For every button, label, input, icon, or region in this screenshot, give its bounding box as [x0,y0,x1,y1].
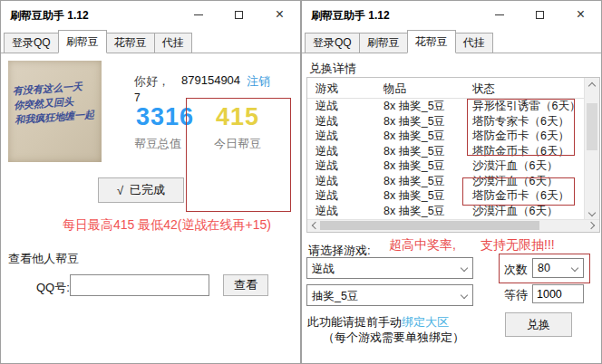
titlebar[interactable]: 刷帮豆助手 1.12 × [302,1,601,28]
maximize-button[interactable] [519,1,560,28]
maximize-icon [536,11,544,19]
table-row[interactable]: 逆战 8x 抽奖_5豆 异形怪引诱雷（6天） [307,98,585,113]
minimize-icon [495,14,504,15]
exchange-button-label: 兑换 [527,317,550,333]
tab-shua-bangdou[interactable]: 刷帮豆 [359,33,408,53]
window-huabangdou: 刷帮豆助手 1.12 × 登录QQ 刷帮豆 花帮豆 代挂 兑换详情 游戏 物品 … [301,0,602,364]
game-select-value: 逆战 [312,262,335,277]
horizontal-scroll-thumb[interactable] [320,221,539,230]
table-row[interactable]: 逆战 8x 抽奖_5豆 塔防金币卡（6天） [307,128,585,143]
greeting-label: 你好， [134,73,170,90]
view-button[interactable]: 查看 [223,274,268,296]
qq-lookup-input[interactable] [70,274,209,296]
titlebar[interactable]: 刷帮豆助手 1.12 × [1,1,300,28]
exchange-details-label: 兑换详情 [309,61,356,77]
scroll-down-arrow[interactable] [585,206,599,220]
tab-daigua[interactable]: 代挂 [455,33,493,53]
exchange-table: 游戏 物品 状态 逆战 8x 抽奖_5豆 异形怪引诱雷（6天） 逆战 8x 抽奖… [306,77,600,233]
exchange-button[interactable]: 兑换 [505,312,572,337]
game-select[interactable]: 逆战 [306,257,473,279]
scroll-up-arrow[interactable] [585,78,599,91]
chevron-down-icon [461,292,468,299]
wait-label: 等待 [504,287,528,303]
check-icon: √ [117,184,123,197]
chevron-down-icon [588,208,596,216]
tab-daigua[interactable]: 代挂 [154,33,192,53]
today-beans-label: 今日帮豆 [186,136,289,152]
item-select-value: 抽奖_5豆 [312,289,358,304]
times-label: 次数 [504,262,528,278]
close-icon: × [276,7,284,22]
view-button-label: 查看 [234,277,257,293]
done-button-label: 已完成 [130,182,165,198]
vertical-scrollbar[interactable] [584,78,599,220]
lookup-section-label: 查看他人帮豆 [8,251,79,267]
qq-number-wrap: 7 [134,91,141,104]
minimize-icon [194,14,203,15]
minimize-button[interactable] [178,1,218,28]
today-beans-value: 415 [186,103,289,131]
close-button[interactable]: × [560,1,601,28]
table-row[interactable]: 逆战 8x 抽奖_5豆 塔防专家卡（6天） [307,113,585,129]
table-header: 游戏 物品 状态 [307,78,585,99]
times-select-value: 80 [538,262,550,274]
header-status: 状态 [472,81,495,97]
table-row[interactable]: 逆战 8x 抽奖_5豆 沙漠汗血（6天） [307,173,585,188]
daily-limit-notice: 每日最高415 最低42(逆战在线再+15) [63,217,271,234]
header-game: 游戏 [316,81,338,97]
chevron-up-icon [588,82,596,90]
minimize-button[interactable] [479,1,519,28]
done-button[interactable]: √ 已完成 [98,177,184,203]
scroll-right-arrow[interactable] [586,220,599,231]
close-icon: × [577,7,585,22]
promo-win-rate: 超高中奖率, [389,237,456,254]
bind-notice: 此功能请提前手动绑定大区 [307,314,449,330]
window-shuabangdou: 刷帮豆助手 1.12 × 登录QQ 刷帮豆 花帮豆 代挂 有没有这么一天 你突然… [0,0,301,364]
table-body: 逆战 8x 抽奖_5豆 异形怪引诱雷（6天） 逆战 8x 抽奖_5豆 塔防专家卡… [307,98,585,220]
vertical-scroll-thumb[interactable] [587,103,597,150]
tab-bar: 登录QQ 刷帮豆 花帮豆 代挂 [302,28,601,53]
scroll-left-arrow[interactable] [307,220,321,231]
maximize-icon [235,11,243,19]
avatar-handwriting: 有没有这么一天 你突然又回头 和我疯狂地缠一起 [12,78,99,127]
tab-hua-bangdou[interactable]: 花帮豆 [407,30,456,53]
header-item: 物品 [384,81,406,97]
item-select[interactable]: 抽奖_5豆 [306,284,473,306]
maximize-button[interactable] [218,1,259,28]
table-row[interactable]: 逆战 8x 抽奖_5豆 塔防金币卡（6天） [307,187,585,203]
window-controls: × [479,1,601,28]
wait-input[interactable] [532,284,584,303]
chevron-right-icon [587,222,595,229]
bind-region-link[interactable]: 绑定大区 [402,315,449,329]
table-row[interactable]: 逆战 8x 抽奖_5豆 沙漠汗血（6天） [307,203,585,218]
times-select[interactable]: 80 [532,258,584,278]
bind-notice-line2: （每个游戏需要单独绑定） [323,330,464,346]
tab-hua-bangdou[interactable]: 花帮豆 [106,33,155,53]
window-title: 刷帮豆助手 1.12 [10,8,89,24]
tab-login-qq[interactable]: 登录QQ [305,33,360,53]
table-row[interactable]: 逆战 8x 抽奖_5豆 塔防金币卡（6天） [307,143,585,158]
chevron-left-icon [312,222,319,229]
horizontal-scrollbar[interactable] [307,219,599,232]
tab-bar: 登录QQ 刷帮豆 花帮豆 代挂 [1,28,300,53]
close-button[interactable]: × [259,1,300,28]
bind-notice-prefix: 此功能请提前手动 [307,315,402,329]
total-beans-label: 帮豆总值 [134,136,181,152]
tab-login-qq[interactable]: 登录QQ [4,33,59,53]
chevron-down-icon [461,264,468,272]
window-controls: × [178,1,300,28]
tab-shua-bangdou[interactable]: 刷帮豆 [58,30,107,53]
logout-link[interactable]: 注销 [247,73,270,90]
qq-input-label: QQ号: [36,280,70,296]
avatar: 有没有这么一天 你突然又回头 和我疯狂地缠一起 [8,61,102,162]
chevron-down-icon [571,264,578,272]
window-title: 刷帮豆助手 1.12 [311,8,390,24]
table-row[interactable]: 逆战 8x 抽奖_5豆 沙漠汗血（6天） [307,158,585,173]
qq-number: 879154904 [181,73,240,87]
promo-unlimited: 支持无限抽!!! [481,237,555,254]
